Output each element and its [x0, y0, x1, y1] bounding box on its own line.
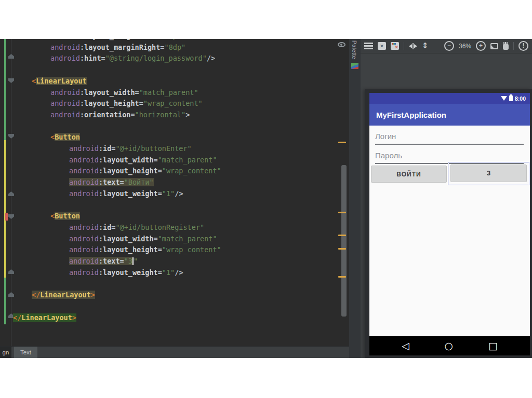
code-line[interactable]: android:layout_marginRight="8dp" [50, 42, 185, 53]
tab-design[interactable]: gn [0, 347, 11, 358]
layout-preview-panel: ✕ ✕ ↕ − 36% + [361, 39, 532, 358]
render-warnings-button[interactable]: ! [518, 41, 528, 51]
warning-stripe-mark[interactable] [338, 276, 346, 278]
device-status-bar: 8:00 [369, 93, 530, 104]
code-line[interactable]: android:layout_weight="1"/> [69, 267, 183, 278]
code-editor[interactable]: android:layout_marginLeft="8dp"android:l… [0, 39, 349, 358]
zoom-out-button[interactable]: − [444, 41, 454, 51]
tab-text[interactable]: Text [14, 347, 37, 358]
editor-scrollbar[interactable] [341, 165, 347, 317]
code-line[interactable]: android:hint="@string/login_password"/> [50, 53, 215, 64]
code-line[interactable]: android:orientation="horizontal"> [50, 109, 190, 120]
resize-horizontal-icon[interactable] [409, 43, 417, 49]
wifi-icon [501, 96, 507, 101]
nav-recents-icon[interactable]: □ [488, 341, 498, 351]
pan-hand-icon[interactable] [503, 44, 509, 50]
code-line[interactable]: android:layout_width="match_parent" [50, 87, 198, 98]
code-line[interactable]: android:layout_width="match_parent" [69, 234, 217, 244]
selection-highlight: З [448, 162, 529, 185]
inspections-eye-icon[interactable] [338, 42, 345, 47]
code-line[interactable]: <Button [50, 211, 80, 222]
status-time: 8:00 [515, 95, 526, 102]
warning-stripe-mark[interactable] [338, 235, 346, 236]
warning-stripe-mark[interactable] [338, 248, 346, 250]
palette-tab[interactable]: Palette [351, 40, 357, 59]
code-line[interactable]: <Button [50, 132, 80, 143]
configuration-menu-icon[interactable] [364, 43, 373, 49]
code-line[interactable]: android:text="З" [69, 256, 138, 267]
ide-content: android:layout_marginLeft="8dp"android:l… [0, 39, 532, 358]
plus-glyph: + [479, 43, 483, 49]
nav-back-icon[interactable]: ◁ [402, 341, 409, 351]
code-line[interactable]: android:layout_height="wrap_content" [50, 98, 203, 109]
zoom-to-fit-icon[interactable] [490, 43, 498, 49]
nav-home-icon[interactable]: ○ [445, 341, 454, 351]
minus-glyph: − [447, 43, 451, 49]
app-title: MyFirstApplication [376, 111, 446, 119]
code-line[interactable]: android:layout_height="wrap_content" [69, 244, 221, 255]
login-field[interactable]: Логин [375, 130, 524, 145]
toolbar-divider [404, 42, 404, 50]
code-line[interactable]: </LinearLayout> [32, 290, 95, 300]
app-body: Логин Пароль ВОЙТИ З [369, 126, 530, 336]
resize-vertical-icon[interactable]: ↕ [422, 42, 429, 50]
battery-icon [509, 95, 513, 101]
code-line[interactable]: android:id="@+id/buttonEnter" [69, 143, 192, 154]
code-line[interactable]: android:id="@+id/buttonRegister" [69, 222, 204, 233]
enter-button[interactable]: ВОЙТИ [371, 166, 447, 183]
device-frame: 8:00 MyFirstApplication Логин Пароль ВОЙ… [365, 89, 532, 358]
palette-icon[interactable] [351, 63, 358, 69]
tab-text-label: Text [20, 349, 31, 355]
code-area[interactable]: android:layout_marginLeft="8dp"android:l… [0, 39, 337, 346]
red-x-glyph: ✕ [394, 45, 398, 50]
decor-x-glyph: ✕ [380, 44, 384, 49]
preview-toolbar: ✕ ✕ ↕ − 36% + [361, 39, 532, 53]
preview-canvas[interactable]: 8:00 MyFirstApplication Логин Пароль ВОЙ… [361, 53, 532, 358]
zoom-level: 36% [459, 43, 471, 50]
code-line[interactable]: <LinearLayout [32, 76, 87, 87]
code-line[interactable]: android:text="Войти" [69, 177, 154, 188]
warning-stripe-mark[interactable] [338, 142, 346, 143]
decorations-toggle-icon[interactable]: ✕ [378, 42, 386, 50]
editor-mode-tabbar: gn Text [0, 346, 349, 358]
toolbar-divider [513, 42, 514, 50]
code-line[interactable]: </LinearLayout> [13, 312, 76, 323]
warning-stripe-mark[interactable] [338, 212, 346, 213]
tab-design-label: gn [3, 349, 9, 355]
code-line[interactable]: android:layout_weight="1"/> [69, 188, 183, 199]
palette-sidebar-strip: Palette [349, 39, 361, 358]
device-screen: 8:00 MyFirstApplication Логин Пароль ВОЙ… [369, 93, 530, 355]
code-line[interactable]: android:layout_width="match_parent" [69, 155, 217, 166]
render-options-icon[interactable]: ✕ [391, 42, 399, 50]
app-bar: MyFirstApplication [369, 104, 530, 126]
warning-glyph: ! [523, 43, 525, 49]
app-window: android:layout_marginLeft="8dp"android:l… [0, 0, 532, 398]
zoom-in-button[interactable]: + [476, 41, 486, 51]
code-line[interactable]: android:layout_marginLeft="8dp" [50, 39, 181, 42]
device-nav-bar: ◁ ○ □ [369, 336, 530, 355]
register-button[interactable]: З [450, 164, 527, 182]
code-line[interactable]: android:layout_height="wrap_content" [69, 166, 221, 176]
